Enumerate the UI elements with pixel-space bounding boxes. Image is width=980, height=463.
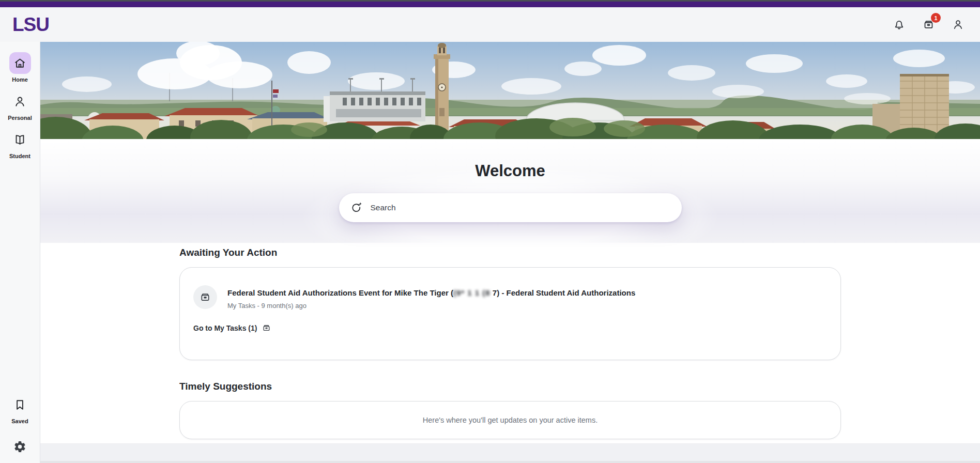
sidebar-item-label: Personal [8, 115, 32, 121]
sidebar-item-label: Home [12, 76, 28, 83]
person-icon [952, 18, 964, 31]
task-title-suffix: 7) - Federal Student Aid Authorizations [491, 288, 636, 297]
sidebar: Home Personal Student [0, 42, 40, 463]
book-icon [9, 129, 31, 150]
page-footer-strip [40, 443, 980, 463]
go-to-my-tasks-label: Go to My Tasks (1) [193, 324, 257, 332]
person-icon [9, 90, 31, 112]
sidebar-bottom: Saved [9, 394, 31, 457]
search-input[interactable] [370, 203, 670, 213]
timely-empty-message: Here's where you'll get updates on your … [423, 416, 598, 424]
sidebar-item-personal[interactable]: Personal [8, 90, 32, 121]
timely-suggestions-section: Timely Suggestions Here's where you'll g… [179, 381, 841, 439]
task-title: Federal Student Aid Authorizations Event… [227, 288, 635, 297]
ai-search-icon [350, 202, 363, 214]
notifications-button[interactable] [892, 17, 907, 32]
header-actions: 1 [892, 17, 966, 32]
lsu-logo[interactable]: LSU [12, 15, 49, 34]
app-root: LSU 1 [0, 0, 980, 463]
task-meta: My Tasks - 9 month(s) ago [227, 302, 635, 310]
task-text: Federal Student Aid Authorizations Event… [227, 282, 635, 310]
task-inbox-avatar [193, 285, 217, 309]
app-header: LSU 1 [0, 7, 980, 42]
task-title-prefix: Federal Student Aid Authorizations Event… [227, 288, 453, 297]
sidebar-item-label: Saved [11, 418, 28, 424]
sidebar-item-student[interactable]: Student [9, 129, 31, 159]
sidebar-item-home[interactable]: Home [9, 52, 31, 83]
my-tasks-badge: 1 [931, 13, 941, 23]
task-card: Federal Student Aid Authorizations Event… [179, 267, 841, 360]
campus-banner-image [40, 42, 980, 139]
section-heading: Timely Suggestions [179, 381, 841, 392]
go-to-my-tasks-link[interactable]: Go to My Tasks (1) [193, 323, 826, 333]
gear-icon [13, 440, 26, 453]
my-tasks-button[interactable]: 1 [921, 17, 936, 32]
brand-purple-bar [0, 2, 980, 7]
section-heading: Awaiting Your Action [179, 247, 841, 258]
inbox-icon [199, 291, 211, 303]
sidebar-item-label: Student [9, 153, 30, 159]
app-shell: Home Personal Student [0, 42, 980, 463]
timely-suggestions-card: Here's where you'll get updates on your … [179, 401, 841, 439]
search-bar[interactable] [339, 193, 682, 222]
bookmark-icon [9, 394, 31, 415]
main-content: Welcome Awaiting Your Action [40, 42, 980, 463]
page-title: Welcome [475, 162, 545, 180]
task-title-redacted-id: (9* 1 1 (8 [453, 288, 491, 297]
task-row[interactable]: Federal Student Aid Authorizations Event… [193, 282, 826, 310]
settings-button[interactable] [11, 438, 28, 457]
inbox-icon [262, 323, 271, 333]
home-icon [9, 52, 31, 74]
profile-button[interactable] [951, 17, 966, 32]
bell-icon [893, 18, 906, 31]
welcome-section: Welcome [40, 139, 980, 243]
awaiting-your-action-section: Awaiting Your Action Federal Student Aid… [179, 247, 841, 360]
sidebar-item-saved[interactable]: Saved [9, 394, 31, 424]
